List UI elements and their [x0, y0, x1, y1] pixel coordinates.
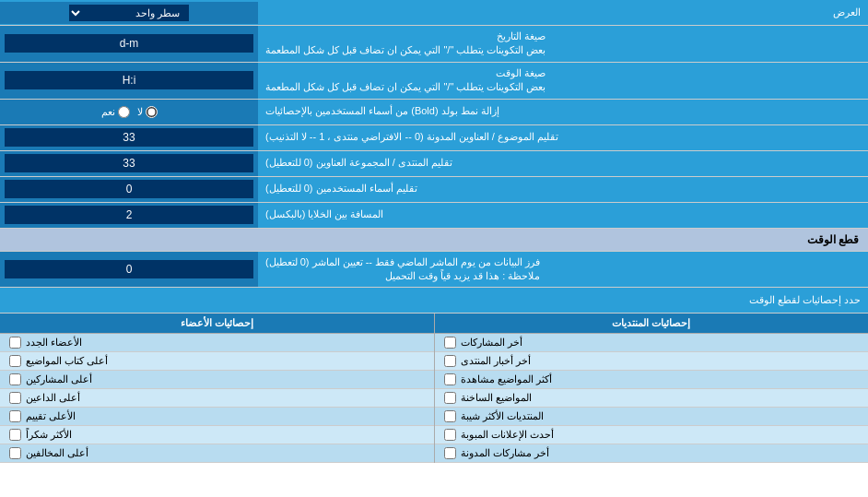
- cutoff-input-cell[interactable]: [0, 252, 258, 288]
- checkbox-6[interactable]: [444, 447, 456, 459]
- top-select-cell[interactable]: سطر واحد سطرين ثلاثة أسطر: [0, 2, 258, 24]
- form-row-2: إزالة نمط بولد (Bold) من أسماء المستخدمي…: [0, 100, 868, 125]
- form-input-cell-2[interactable]: لا نعم: [0, 100, 258, 124]
- form-input-cell-4[interactable]: [0, 151, 258, 176]
- checkbox-item[interactable]: أخر مشاركات المدونة: [435, 444, 869, 463]
- form-label-1: صيغة الوقت بعض التكوينات يتطلب "/" التي …: [258, 63, 868, 99]
- checkbox-1[interactable]: [9, 355, 21, 367]
- checkbox-label: المواضيع الساخنة: [461, 392, 532, 404]
- checkbox-0[interactable]: [444, 337, 456, 349]
- radio-no-label-2[interactable]: لا: [137, 106, 158, 118]
- checkbox-item[interactable]: الأعلى تقييم: [0, 408, 434, 426]
- checkbox-item[interactable]: أكثر المواضيع مشاهدة: [435, 371, 869, 389]
- form-input-6[interactable]: [5, 206, 253, 224]
- form-input-3[interactable]: [5, 128, 253, 147]
- top-label: العرض: [258, 3, 868, 22]
- checkbox-2[interactable]: [444, 373, 456, 385]
- checkbox-label: أكثر المواضيع مشاهدة: [461, 373, 552, 385]
- checkbox-item[interactable]: أخر أخبار المنتدى: [435, 352, 869, 371]
- checkbox-label: المنتديات الأكثر شيبة: [461, 410, 544, 422]
- checkbox-item[interactable]: المواضيع الساخنة: [435, 389, 869, 408]
- form-label-3: تقليم الموضوع / العناوين المدونة (0 -- ا…: [258, 125, 868, 150]
- checkbox-2[interactable]: [9, 373, 21, 385]
- form-row-6: المسافة بين الخلايا (بالبكسل): [0, 203, 868, 229]
- checkbox-label: أحدث الإعلانات المبوبة: [461, 429, 554, 441]
- checkbox-item[interactable]: أخر المشاركات: [435, 334, 869, 352]
- checkbox-3[interactable]: [444, 392, 456, 404]
- checkbox-item[interactable]: أحدث الإعلانات المبوبة: [435, 426, 869, 444]
- checkbox-1[interactable]: [444, 355, 456, 367]
- form-input-cell-1[interactable]: [0, 63, 258, 99]
- cutoff-label: فرز البيانات من يوم الماشر الماضي فقط --…: [258, 252, 868, 288]
- checkbox-3[interactable]: [9, 392, 21, 404]
- checkbox-item[interactable]: أعلى المخالفين: [0, 444, 434, 463]
- checkbox-item[interactable]: أعلى المشاركين: [0, 371, 434, 389]
- limit-row: حدد إحصائيات لقطع الوقت: [0, 288, 868, 314]
- checkbox-item[interactable]: المنتديات الأكثر شيبة: [435, 408, 869, 426]
- checkbox-4[interactable]: [444, 410, 456, 422]
- form-row-5: تقليم أسماء المستخدمين (0 للتعطيل): [0, 177, 868, 203]
- form-input-cell-3[interactable]: [0, 125, 258, 150]
- checkbox-label: أخر المشاركات: [461, 337, 522, 349]
- checkbox-label: أخر أخبار المنتدى: [461, 355, 531, 367]
- checkbox-item[interactable]: أعلى كتاب المواضيع: [0, 352, 434, 371]
- checkbox-item[interactable]: الأعضاء الجدد: [0, 334, 434, 352]
- checkbox-item[interactable]: أعلى الداعين: [0, 389, 434, 408]
- checkbox-label: أعلى المشاركين: [26, 373, 92, 385]
- radio-yes-label-2[interactable]: نعم: [101, 106, 130, 118]
- checkbox-label: الأعضاء الجدد: [26, 337, 82, 349]
- form-label-5: تقليم أسماء المستخدمين (0 للتعطيل): [258, 177, 868, 202]
- col-forums: إحصائيات المنتديات أخر المشاركاتأخر أخبا…: [434, 314, 869, 463]
- form-label-6: المسافة بين الخلايا (بالبكسل): [258, 203, 868, 228]
- checkbox-6[interactable]: [9, 447, 21, 459]
- checkbox-4[interactable]: [9, 410, 21, 422]
- cutoff-row: فرز البيانات من يوم الماشر الماضي فقط --…: [0, 252, 868, 289]
- col-members: إحصائيات الأعضاء الأعضاء الجددأعلى كتاب …: [0, 314, 434, 463]
- form-label-2: إزالة نمط بولد (Bold) من أسماء المستخدمي…: [258, 100, 868, 124]
- section-cutoff-header: قطع الوقت: [0, 229, 868, 252]
- checkbox-item[interactable]: الأكثر شكراً: [0, 426, 434, 444]
- checkbox-5[interactable]: [9, 429, 21, 441]
- col-forums-header: إحصائيات المنتديات: [435, 314, 869, 334]
- checkbox-0[interactable]: [9, 337, 21, 349]
- checkbox-label: أعلى كتاب المواضيع: [26, 355, 108, 367]
- checkbox-label: أخر مشاركات المدونة: [461, 447, 549, 459]
- form-label-4: تقليم المنتدى / المجموعة العناوين (0 للت…: [258, 151, 868, 176]
- cutoff-input[interactable]: [5, 260, 253, 278]
- form-input-cell-6[interactable]: [0, 203, 258, 228]
- form-label-0: صيغة التاريخ بعض التكوينات يتطلب "/" الت…: [258, 26, 868, 62]
- form-row-3: تقليم الموضوع / العناوين المدونة (0 -- ا…: [0, 125, 868, 151]
- display-select[interactable]: سطر واحد سطرين ثلاثة أسطر: [69, 5, 189, 21]
- form-input-cell-5[interactable]: [0, 177, 258, 202]
- form-input-1[interactable]: [5, 71, 253, 89]
- checkbox-5[interactable]: [444, 429, 456, 441]
- form-input-0[interactable]: [5, 34, 253, 53]
- checkbox-label: الأعلى تقييم: [26, 410, 76, 422]
- checkboxes-columns: إحصائيات المنتديات أخر المشاركاتأخر أخبا…: [0, 314, 868, 463]
- top-row: العرض سطر واحد سطرين ثلاثة أسطر: [0, 0, 868, 26]
- form-row-4: تقليم المنتدى / المجموعة العناوين (0 للت…: [0, 151, 868, 177]
- form-input-cell-0[interactable]: [0, 26, 258, 62]
- form-row-1: صيغة الوقت بعض التكوينات يتطلب "/" التي …: [0, 63, 868, 100]
- checkbox-label: الأكثر شكراً: [26, 429, 72, 441]
- form-input-5[interactable]: [5, 180, 253, 198]
- limit-label: حدد إحصائيات لقطع الوقت: [0, 290, 868, 310]
- form-input-4[interactable]: [5, 154, 253, 172]
- form-row-0: صيغة التاريخ بعض التكوينات يتطلب "/" الت…: [0, 26, 868, 63]
- checkbox-label: أعلى الداعين: [26, 392, 80, 404]
- col-members-header: إحصائيات الأعضاء: [0, 314, 434, 334]
- checkbox-label: أعلى المخالفين: [26, 447, 88, 459]
